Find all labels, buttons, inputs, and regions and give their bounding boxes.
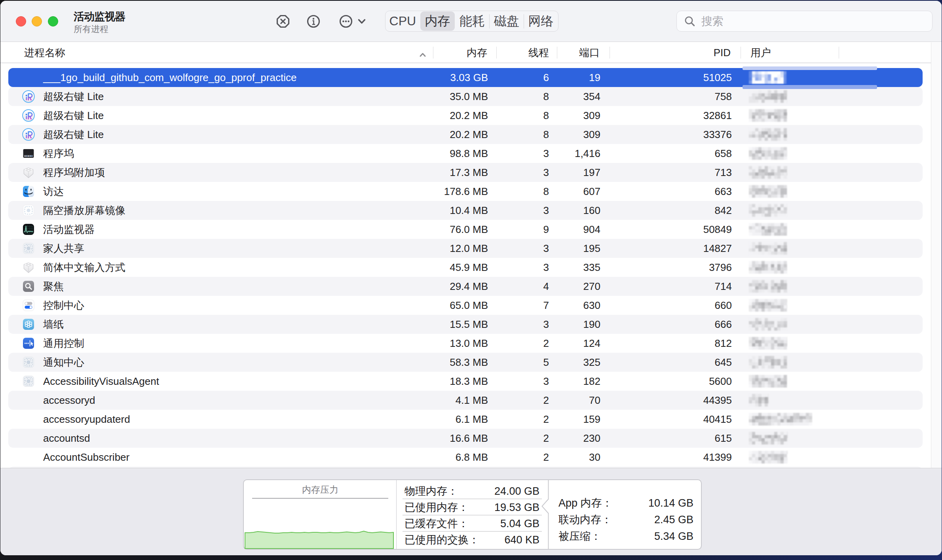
footer-stats: 内存压力 物理内存：24.00 GB已使用内存：19.53 GB已缓存文件：5.… [0, 468, 942, 555]
process-ports: 904 [583, 220, 600, 239]
column-header-pid[interactable]: PID [634, 42, 731, 63]
table-row[interactable]: 隔空播放屏幕镜像 10.4 MB 3 160 842 [8, 201, 923, 220]
memory-stat: App 内存：10.14 GB [558, 495, 693, 511]
close-window-button[interactable] [16, 16, 26, 26]
memory-pressure-title: 内存压力 [244, 484, 397, 496]
stat-label: 物理内存： [405, 484, 458, 498]
stat-label: 联动内存： [558, 513, 612, 527]
table-row[interactable]: 通用控制 13.0 MB 2 124 812 [8, 334, 923, 353]
process-name: 控制中心 [43, 296, 84, 315]
column-divider[interactable] [839, 47, 839, 59]
table-row[interactable]: 聚焦 29.4 MB 4 270 714 [8, 277, 923, 296]
table-row[interactable]: AccessibilityVisualsAgent 18.3 MB 3 182 … [8, 372, 923, 391]
process-pid: 32861 [703, 106, 732, 125]
sort-ascending-icon[interactable] [420, 53, 426, 57]
app-icon [22, 337, 35, 350]
table-row[interactable]: ___1go_build_github_com_wolfogre_go_ppro… [8, 68, 923, 87]
process-name: 访达 [43, 182, 64, 201]
column-header-memory[interactable]: 内存 [436, 42, 487, 63]
column-header-name[interactable]: 进程名称 [24, 42, 65, 63]
column-header-ports[interactable]: 端口 [559, 42, 600, 63]
pressure-gridline [252, 498, 388, 499]
stat-value: 5.34 GB [654, 530, 693, 543]
table-row[interactable]: accountsd 16.6 MB 2 230 615 [8, 429, 923, 448]
app-icon [22, 413, 35, 426]
table-row[interactable]: 超级右键 Lite 20.2 MB 8 309 33376 [8, 125, 923, 144]
tab-CPU[interactable]: CPU [386, 11, 420, 31]
process-pid: 50849 [703, 220, 732, 239]
tab-能耗[interactable]: 能耗 [455, 11, 490, 31]
process-ports: 70 [589, 391, 600, 410]
tab-磁盘[interactable]: 磁盘 [489, 11, 524, 31]
process-memory: 12.0 MB [450, 239, 488, 258]
memory-stat: 物理内存：24.00 GB [405, 483, 539, 499]
process-name: 通用控制 [43, 334, 84, 353]
column-divider[interactable] [610, 47, 610, 59]
app-icon [22, 223, 35, 236]
process-user-redacted [749, 318, 787, 331]
table-row[interactable]: 活动监视器 76.0 MB 9 904 50849 [8, 220, 923, 239]
wallpaper-icon [22, 318, 35, 331]
title-block: 活动监视器 所有进程 [74, 11, 125, 34]
process-user-redacted [749, 147, 787, 160]
process-memory: 4.1 MB [456, 391, 488, 410]
process-threads: 3 [543, 201, 549, 220]
process-memory: 20.2 MB [450, 106, 488, 125]
table-row[interactable]: accessoryd 4.1 MB 2 70 44395 [8, 391, 923, 410]
table-row[interactable]: 程序坞附加项 17.3 MB 3 197 713 [8, 163, 923, 182]
process-memory: 45.9 MB [450, 258, 488, 277]
inspect-process-button[interactable] [307, 15, 320, 28]
scrollbar-track[interactable] [931, 42, 942, 468]
more-options-chevron[interactable] [358, 19, 366, 24]
process-user-redacted [749, 223, 787, 236]
column-divider[interactable] [741, 47, 741, 59]
stat-value: 24.00 GB [494, 485, 539, 498]
process-threads: 6 [543, 68, 549, 87]
table-row[interactable]: 简体中文输入方式 45.9 MB 3 335 3796 [8, 258, 923, 277]
process-name: 聚焦 [43, 277, 64, 296]
more-options-button[interactable] [339, 15, 353, 28]
column-header-threads[interactable]: 线程 [499, 42, 549, 63]
process-user-redacted [749, 280, 787, 293]
column-divider[interactable] [557, 47, 557, 59]
process-threads: 2 [543, 410, 549, 429]
table-row[interactable]: 超级右键 Lite 20.2 MB 8 309 32861 [8, 106, 923, 125]
process-threads: 2 [543, 448, 549, 467]
box3d-icon [22, 261, 35, 274]
search-icon [684, 15, 696, 27]
stat-label: App 内存： [558, 496, 613, 510]
table-row[interactable]: 访达 178.6 MB 8 607 663 [8, 182, 923, 201]
process-threads: 8 [543, 87, 549, 106]
table-row[interactable]: accessoryupdaterd 6.1 MB 2 159 40415 [8, 410, 923, 429]
app-icon [22, 261, 35, 274]
process-memory: 20.2 MB [450, 125, 488, 144]
column-header-user[interactable]: 用户 [750, 42, 771, 63]
process-memory: 17.3 MB [450, 163, 488, 182]
memory-stat: 已使用内存：19.53 GB [405, 499, 539, 515]
zoom-window-button[interactable] [48, 16, 58, 26]
tab-内存[interactable]: 内存 [420, 11, 455, 31]
tab-网络[interactable]: 网络 [524, 11, 558, 31]
generic-icon [22, 356, 35, 369]
table-row[interactable]: 程序坞 98.8 MB 3 1,416 658 [8, 144, 923, 163]
app-icon [22, 432, 35, 445]
search-field[interactable]: 搜索 [676, 11, 933, 32]
process-pid: 842 [715, 201, 732, 220]
table-row[interactable]: 超级右键 Lite 35.0 MB 8 354 758 [8, 87, 923, 106]
stat-value: 10.14 GB [648, 497, 693, 509]
process-memory: 16.6 MB [450, 429, 488, 448]
dock-icon [22, 147, 35, 160]
process-user-redacted [749, 337, 787, 350]
table-row[interactable]: 墙纸 15.5 MB 3 190 666 [8, 315, 923, 334]
column-divider[interactable] [496, 47, 497, 59]
table-row[interactable]: 控制中心 65.0 MB 7 630 660 [8, 296, 923, 315]
process-pid: 33376 [703, 125, 732, 144]
table-row[interactable]: 通知中心 58.3 MB 5 325 645 [8, 353, 923, 372]
table-row[interactable]: 家人共享 12.0 MB 3 195 14827 [8, 239, 923, 258]
table-row[interactable]: AccountSubscriber 6.8 MB 2 30 41399 [8, 448, 923, 467]
column-divider[interactable] [433, 47, 433, 59]
minimize-window-button[interactable] [32, 16, 42, 26]
generic-icon [22, 242, 35, 255]
process-user-redacted [749, 356, 787, 369]
quit-process-button[interactable] [276, 15, 290, 28]
